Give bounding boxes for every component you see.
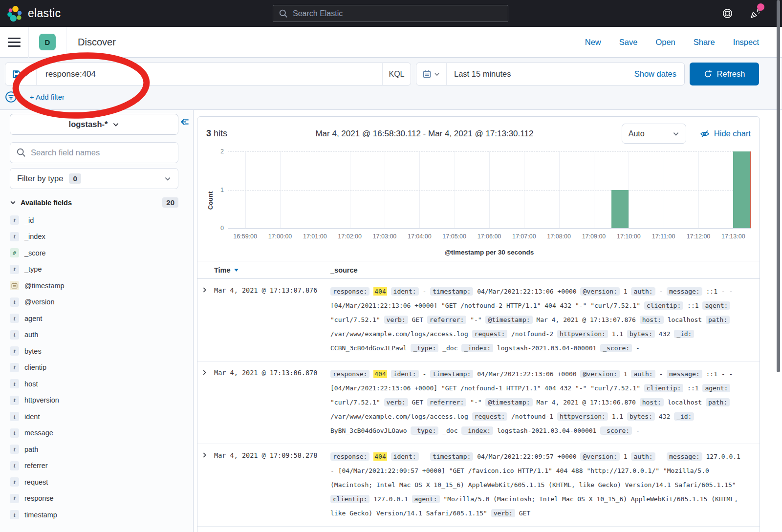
field-item-ident[interactable]: tident: [10, 408, 178, 425]
expand-row-button[interactable]: [201, 449, 211, 520]
global-header: elastic: [0, 0, 782, 27]
highlighted-value: 404: [373, 287, 387, 296]
field-name-pill: clientip:: [644, 384, 683, 392]
kql-button[interactable]: KQL: [382, 63, 411, 85]
field-name-pill: response:: [330, 287, 369, 296]
field-item-request[interactable]: trequest: [10, 474, 178, 490]
doc-timestamp: Mar 4, 2021 @ 17:09:58.278: [214, 449, 330, 520]
save-button[interactable]: Save: [619, 38, 638, 47]
calendar-button[interactable]: [416, 63, 447, 85]
collapse-sidebar-icon[interactable]: [180, 117, 190, 127]
x-tick-label: 17:07:00: [512, 233, 536, 240]
text-field-icon: t: [10, 428, 19, 438]
time-range-value[interactable]: Last 15 minutes: [447, 63, 634, 85]
search-icon: [17, 148, 26, 157]
field-name: path: [24, 446, 38, 453]
available-fields-toggle[interactable]: Available fields 20: [10, 197, 178, 208]
field-item-auth[interactable]: tauth: [10, 327, 178, 343]
field-name: timestamp: [24, 511, 57, 519]
field-item-index[interactable]: t_index: [10, 229, 178, 245]
new-button[interactable]: New: [585, 38, 601, 47]
add-filter-button[interactable]: + Add filter: [30, 93, 65, 101]
interval-select[interactable]: Auto: [622, 124, 686, 144]
doc-source: response: 404 ident: - timestamp: 04/Mar…: [330, 449, 750, 520]
global-search[interactable]: [273, 5, 508, 22]
x-tick-label: 17:05:00: [442, 233, 466, 240]
help-icon[interactable]: [722, 8, 733, 19]
newsfeed-icon[interactable]: [749, 8, 761, 20]
chevron-down-icon: [112, 121, 119, 128]
field-item-version[interactable]: t@version: [10, 294, 178, 311]
x-tick-label: 17:06:00: [478, 233, 501, 240]
text-field-icon: t: [10, 363, 19, 372]
field-name-pill: timestamp:: [430, 370, 473, 378]
doc-source: response: 404 ident: - timestamp: 04/Mar…: [330, 284, 750, 355]
filter-icon[interactable]: [5, 91, 17, 103]
field-name-pill: _score:: [600, 344, 632, 352]
share-button[interactable]: Share: [694, 38, 715, 47]
expand-row-button[interactable]: [201, 367, 211, 438]
saved-query-menu-button[interactable]: [5, 63, 37, 85]
gridline: [228, 190, 751, 191]
field-item-referrer[interactable]: treferrer: [10, 458, 178, 474]
hide-chart-button[interactable]: Hide chart: [700, 129, 751, 139]
text-field-icon: t: [10, 346, 19, 356]
search-elastic-input[interactable]: [293, 9, 502, 18]
field-item-agent[interactable]: tagent: [10, 310, 178, 327]
field-item-response[interactable]: tresponse: [10, 490, 178, 507]
elastic-logo[interactable]: elastic: [7, 5, 61, 22]
field-name-pill: auth:: [631, 287, 655, 296]
field-name-pill: message:: [667, 370, 702, 378]
field-item-bytes[interactable]: tbytes: [10, 343, 178, 360]
filter-by-type-label: Filter by type: [17, 174, 63, 183]
field-name-pill: bytes:: [627, 330, 655, 338]
text-field-icon: t: [10, 265, 19, 274]
field-item-clientip[interactable]: tclientip: [10, 360, 178, 376]
refresh-label: Refresh: [717, 69, 745, 79]
field-name-pill: bytes:: [627, 412, 655, 421]
field-name-pill: ident:: [391, 452, 419, 461]
field-name: agent: [24, 315, 42, 322]
field-name-pill: path:: [706, 398, 730, 406]
field-item-host[interactable]: thost: [10, 376, 178, 392]
text-field-icon: t: [10, 396, 19, 405]
x-tick-label: 16:59:00: [233, 233, 257, 240]
text-field-icon: t: [10, 298, 19, 307]
field-name-pill: auth:: [631, 452, 655, 461]
text-field-icon: t: [10, 445, 19, 454]
show-dates-button[interactable]: Show dates: [634, 63, 684, 85]
query-input[interactable]: [45, 69, 382, 79]
filter-by-type-select[interactable]: Filter by type 0: [10, 168, 178, 189]
index-pattern-select[interactable]: logstash-*: [10, 114, 178, 135]
field-item-id[interactable]: t_id: [10, 212, 178, 229]
field-name-pill: agent:: [702, 384, 730, 392]
field-item-score[interactable]: #_score: [10, 245, 178, 261]
x-tick-label: 17:10:00: [617, 233, 641, 240]
field-name-pill: message:: [667, 452, 702, 461]
field-name: _id: [24, 216, 34, 224]
field-item-timestamp[interactable]: @timestamp: [10, 277, 178, 294]
menu-icon[interactable]: [0, 27, 28, 58]
field-name-pill: timestamp:: [430, 287, 473, 296]
scrollbar-thumb[interactable]: [777, 0, 780, 372]
refresh-button[interactable]: Refresh: [690, 63, 759, 85]
highlighted-value: 404: [373, 370, 387, 378]
field-name: httpversion: [24, 396, 59, 404]
time-column-header[interactable]: Time: [214, 266, 330, 274]
field-name: _score: [24, 249, 46, 257]
y-tick-label: 1: [213, 187, 224, 193]
field-name-pill: httpversion:: [557, 330, 608, 338]
field-item-httpversion[interactable]: thttpversion: [10, 392, 178, 409]
expand-row-button[interactable]: [201, 284, 211, 355]
field-item-timestamp[interactable]: ttimestamp: [10, 507, 178, 523]
field-item-type[interactable]: t_type: [10, 261, 178, 278]
field-item-message[interactable]: tmessage: [10, 425, 178, 442]
query-bar-section: KQL Last 15 minutes Show dates: [0, 58, 782, 110]
inspect-button[interactable]: Inspect: [733, 38, 759, 47]
field-item-path[interactable]: tpath: [10, 441, 178, 458]
field-search-input[interactable]: [31, 148, 172, 157]
open-button[interactable]: Open: [655, 38, 675, 47]
discover-main: 3 hits Mar 4, 2021 @ 16:58:30.112 - Mar …: [194, 110, 782, 532]
field-name-pill: verb:: [384, 398, 408, 406]
sort-desc-icon: [234, 267, 239, 273]
